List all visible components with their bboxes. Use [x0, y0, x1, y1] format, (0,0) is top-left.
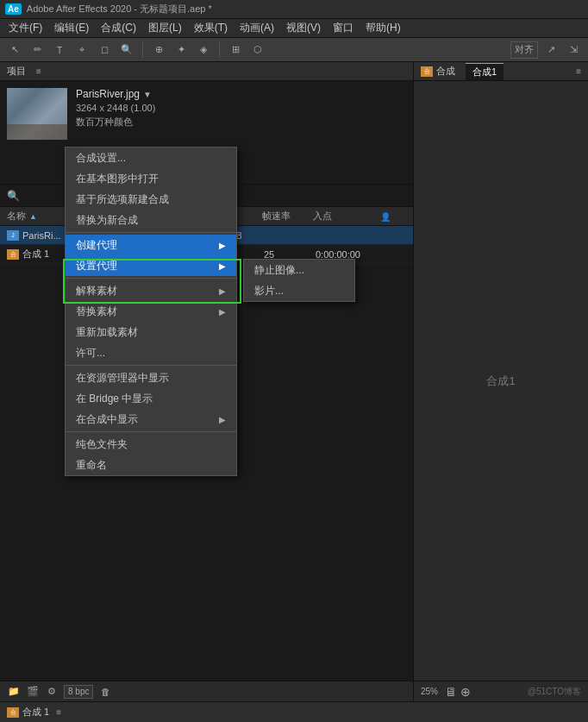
- ctx-rename[interactable]: 重命名: [66, 455, 236, 475]
- ctx-show-comp-arrow: ▶: [219, 415, 226, 424]
- ctx-open-basic-graphics[interactable]: 在基本图形中打开: [66, 168, 236, 189]
- ctx-set-proxy-arrow: ▶: [219, 261, 226, 271]
- ctx-show-in-bridge[interactable]: 在 Bridge 中显示: [66, 388, 236, 409]
- ctx-create-proxy-arrow: ▶: [219, 241, 226, 250]
- ctx-replace-footage[interactable]: 替换素材 ▶: [66, 301, 236, 322]
- ctx-new-compose-from-selection[interactable]: 基于所选项新建合成: [66, 189, 236, 210]
- ctx-create-proxy[interactable]: 创建代理 ▶: [66, 235, 236, 255]
- ctx-interpret-footage[interactable]: 解释素材 ▶: [66, 280, 236, 301]
- ctx-set-proxy[interactable]: 设置代理 ▶: [66, 255, 236, 276]
- ctx-sep-4: [66, 431, 236, 432]
- ctx-sep-2: [66, 278, 236, 279]
- ctx-reload-footage[interactable]: 重新加载素材: [66, 322, 236, 342]
- ctx-show-in-explorer[interactable]: 在资源管理器中显示: [66, 367, 236, 388]
- context-submenu: 静止图像... 影片...: [243, 259, 355, 302]
- ctx-interpret-arrow: ▶: [219, 286, 226, 296]
- context-menu-overlay[interactable]: 合成设置... 在基本图形中打开 基于所选项新建合成 替换为新合成 创建代理 ▶…: [0, 0, 588, 722]
- ctx-replace-arrow: ▶: [219, 307, 226, 317]
- ctx-show-in-comp[interactable]: 在合成中显示 ▶: [66, 409, 236, 430]
- context-menu-main: 合成设置... 在基本图形中打开 基于所选项新建合成 替换为新合成 创建代理 ▶…: [65, 147, 237, 476]
- ctx-sep-1: [66, 232, 236, 233]
- ctx-sub-movie[interactable]: 影片...: [244, 280, 354, 301]
- ctx-sub-still-image[interactable]: 静止图像...: [244, 260, 354, 280]
- ctx-compose-settings[interactable]: 合成设置...: [66, 148, 236, 168]
- ctx-sep-3: [66, 365, 236, 366]
- ctx-replace-with-compose[interactable]: 替换为新合成: [66, 210, 236, 230]
- ctx-solid-folder[interactable]: 纯色文件夹: [66, 434, 236, 455]
- ctx-license[interactable]: 许可...: [66, 342, 236, 363]
